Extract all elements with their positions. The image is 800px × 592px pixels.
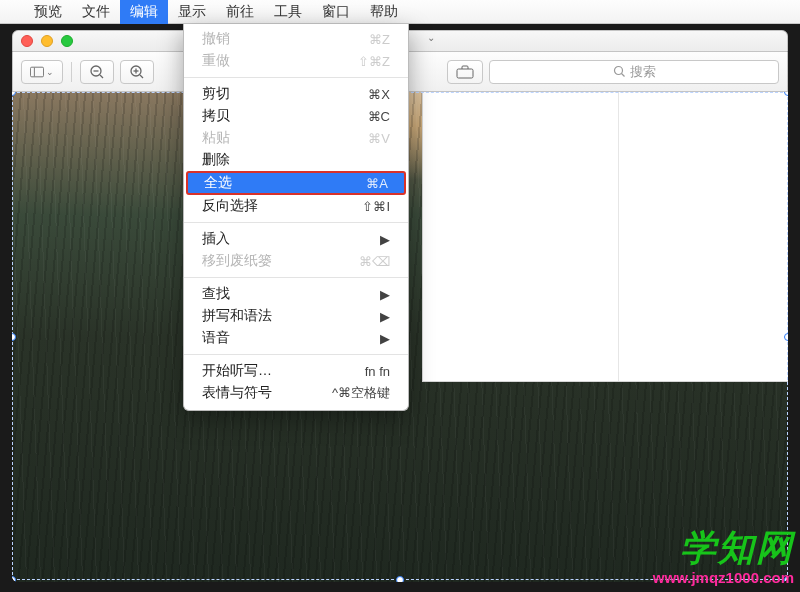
menu-separator xyxy=(184,222,408,223)
menu-item-insert[interactable]: 插入▶ xyxy=(184,228,408,250)
menu-item-dictation[interactable]: 开始听写…fn fn xyxy=(184,360,408,382)
zoom-in-icon xyxy=(129,64,145,80)
menu-item-move-to-trash[interactable]: 移到废纸篓⌘⌫ xyxy=(184,250,408,272)
menu-item-copy[interactable]: 拷贝⌘C xyxy=(184,105,408,127)
toolbar-divider xyxy=(71,62,72,82)
menu-item-select-all[interactable]: 全选⌘A xyxy=(186,171,406,195)
menu-help[interactable]: 帮助 xyxy=(360,0,408,24)
zoom-out-icon xyxy=(89,64,105,80)
menu-item-undo[interactable]: 撤销⌘Z xyxy=(184,28,408,50)
svg-rect-9 xyxy=(457,69,473,78)
system-menubar: 预览 文件 编辑 显示 前往 工具 窗口 帮助 xyxy=(0,0,800,24)
menu-item-find[interactable]: 查找▶ xyxy=(184,283,408,305)
menu-window[interactable]: 窗口 xyxy=(312,0,360,24)
watermark-url: www.jmqz1000.com xyxy=(653,569,794,586)
toolbox-icon xyxy=(456,65,474,79)
menu-tools[interactable]: 工具 xyxy=(264,0,312,24)
svg-line-3 xyxy=(100,75,103,78)
markup-button[interactable] xyxy=(447,60,483,84)
selection-handle-mr[interactable] xyxy=(784,333,788,341)
close-button[interactable] xyxy=(21,35,33,47)
zoom-out-button[interactable] xyxy=(80,60,114,84)
maximize-button[interactable] xyxy=(61,35,73,47)
svg-point-10 xyxy=(614,67,622,75)
menu-view[interactable]: 显示 xyxy=(168,0,216,24)
menu-edit[interactable]: 编辑 xyxy=(120,0,168,24)
menu-separator xyxy=(184,277,408,278)
menu-separator xyxy=(184,354,408,355)
menu-file[interactable]: 文件 xyxy=(72,0,120,24)
watermark: 学知网 www.jmqz1000.com xyxy=(653,524,794,586)
traffic-lights xyxy=(21,35,73,47)
menu-item-cut[interactable]: 剪切⌘X xyxy=(184,83,408,105)
search-icon xyxy=(613,65,626,78)
svg-rect-0 xyxy=(30,67,43,77)
menu-item-paste[interactable]: 粘贴⌘V xyxy=(184,127,408,149)
svg-line-11 xyxy=(621,74,624,77)
watermark-title: 学知网 xyxy=(653,524,794,573)
menu-item-delete[interactable]: 删除 xyxy=(184,149,408,171)
search-placeholder: 搜索 xyxy=(630,63,656,81)
menu-item-redo[interactable]: 重做⇧⌘Z xyxy=(184,50,408,72)
selection-handle-bm[interactable] xyxy=(396,576,404,582)
menu-separator xyxy=(184,77,408,78)
minimize-button[interactable] xyxy=(41,35,53,47)
sidebar-toggle-button[interactable]: ⌄ xyxy=(21,60,63,84)
menu-item-spelling[interactable]: 拼写和语法▶ xyxy=(184,305,408,327)
menu-item-speech[interactable]: 语音▶ xyxy=(184,327,408,349)
zoom-in-button[interactable] xyxy=(120,60,154,84)
sidebar-icon xyxy=(30,66,44,78)
menu-preview[interactable]: 预览 xyxy=(24,0,72,24)
edit-menu-dropdown: 撤销⌘Z 重做⇧⌘Z 剪切⌘X 拷贝⌘C 粘贴⌘V 删除 全选⌘A 反向选择⇧⌘… xyxy=(183,24,409,411)
svg-line-6 xyxy=(140,75,143,78)
selection-handle-bl[interactable] xyxy=(12,576,16,582)
menu-item-invert-selection[interactable]: 反向选择⇧⌘I xyxy=(184,195,408,217)
menu-go[interactable]: 前往 xyxy=(216,0,264,24)
menu-item-emoji[interactable]: 表情与符号^⌘空格键 xyxy=(184,382,408,404)
search-field[interactable]: 搜索 xyxy=(489,60,779,84)
